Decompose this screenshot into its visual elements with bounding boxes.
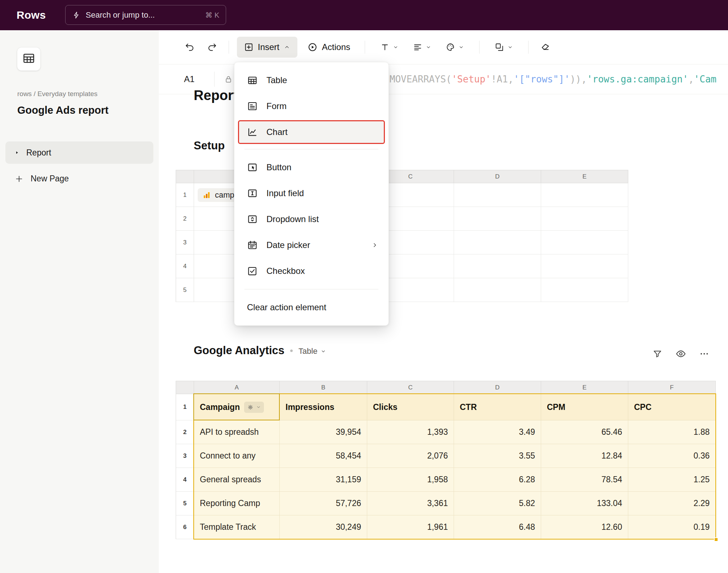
insert-menu-item-table[interactable]: Table: [234, 67, 388, 93]
column-header-d[interactable]: D: [454, 170, 541, 183]
table-cell[interactable]: API to spreadsh: [194, 420, 280, 444]
row-header-1[interactable]: 1: [176, 394, 194, 420]
alignment-button[interactable]: [409, 39, 435, 56]
insert-menu-item-chart[interactable]: Chart: [238, 120, 385, 144]
color-palette-button[interactable]: [442, 39, 468, 56]
global-search-input[interactable]: Search or jump to... ⌘ K: [65, 5, 226, 25]
insert-menu-item-dropdown-list[interactable]: Dropdown list: [234, 206, 388, 232]
setup-cell[interactable]: [454, 278, 541, 302]
header-cell-impressions[interactable]: Impressions: [280, 394, 367, 420]
insert-menu-item-button[interactable]: Button: [234, 154, 388, 180]
formula-input[interactable]: MOVEARRAYS('Setup'!A1,'["rows"]')),'rows…: [390, 64, 728, 94]
row-header-4[interactable]: 4: [176, 254, 194, 278]
table-cell[interactable]: 6.28: [454, 468, 541, 492]
setup-cell[interactable]: [454, 254, 541, 278]
header-cell-cpm[interactable]: CPM: [541, 394, 628, 420]
insert-menu-item-form[interactable]: Form: [234, 93, 388, 119]
setup-cell[interactable]: [454, 207, 541, 231]
text-style-button[interactable]: [377, 39, 402, 56]
undo-button[interactable]: [181, 39, 198, 56]
data-source-chip[interactable]: camp: [198, 188, 239, 202]
table-cell[interactable]: Connect to any: [194, 444, 280, 468]
more-options-button[interactable]: [699, 349, 709, 359]
table-cell[interactable]: 58,454: [280, 444, 367, 468]
table-cell[interactable]: 0.19: [628, 515, 716, 539]
sidebar-item-report[interactable]: Report: [5, 141, 153, 164]
breadcrumb[interactable]: rows / Everyday templates: [17, 90, 98, 98]
table-cell[interactable]: 6.48: [454, 515, 541, 539]
table-cell[interactable]: 65.46: [541, 420, 628, 444]
table-cell[interactable]: 39,954: [280, 420, 367, 444]
table-cell[interactable]: 3.55: [454, 444, 541, 468]
expand-triangle-icon[interactable]: [14, 150, 20, 155]
cell-reference[interactable]: A1: [184, 74, 205, 84]
clear-formatting-button[interactable]: [536, 39, 554, 56]
header-cell-campaign[interactable]: Campaign: [194, 394, 280, 420]
row-header-2[interactable]: 2: [176, 420, 194, 444]
row-header-4[interactable]: 4: [176, 468, 194, 492]
setup-cell[interactable]: [541, 183, 628, 207]
actions-button[interactable]: Actions: [301, 37, 357, 58]
column-header-c[interactable]: C: [367, 381, 454, 394]
header-cell-clicks[interactable]: Clicks: [367, 394, 454, 420]
setup-cell[interactable]: [541, 254, 628, 278]
column-header-b[interactable]: B: [280, 381, 367, 394]
header-cell-cpc[interactable]: CPC: [628, 394, 716, 420]
chart-icon: [247, 127, 258, 137]
table-cell[interactable]: 5.82: [454, 492, 541, 515]
row-header-1[interactable]: 1: [176, 183, 194, 207]
row-header-5[interactable]: 5: [176, 492, 194, 515]
table-cell[interactable]: 1,393: [367, 420, 454, 444]
insert-menu-item-checkbox[interactable]: Checkbox: [234, 258, 388, 284]
insert-menu-item-date-picker[interactable]: Date picker: [234, 232, 388, 258]
table-cell[interactable]: 57,726: [280, 492, 367, 515]
row-header-6[interactable]: 6: [176, 515, 194, 539]
insert-button[interactable]: Insert: [237, 37, 297, 58]
table-cell[interactable]: 133.04: [541, 492, 628, 515]
table-cell[interactable]: 2,076: [367, 444, 454, 468]
table-cell[interactable]: 3,361: [367, 492, 454, 515]
insert-menu-item-input-field[interactable]: Input field: [234, 180, 388, 206]
header-cell-ctr[interactable]: CTR: [454, 394, 541, 420]
row-header-3[interactable]: 3: [176, 444, 194, 468]
insert-menu-item-clear-action-element[interactable]: Clear action element: [234, 294, 388, 320]
filter-button[interactable]: [652, 349, 662, 359]
table-cell[interactable]: 2.29: [628, 492, 716, 515]
table-cell[interactable]: 1,958: [367, 468, 454, 492]
new-page-button[interactable]: New Page: [15, 174, 69, 184]
table-cell[interactable]: 12.60: [541, 515, 628, 539]
lock-icon[interactable]: [224, 75, 233, 84]
fill-handle[interactable]: [714, 537, 718, 542]
column-settings-button[interactable]: [244, 402, 264, 413]
row-header-5[interactable]: 5: [176, 278, 194, 302]
table-cell[interactable]: 1.25: [628, 468, 716, 492]
table-cell[interactable]: 1.88: [628, 420, 716, 444]
column-header-a[interactable]: A: [194, 381, 280, 394]
table-cell[interactable]: 3.49: [454, 420, 541, 444]
redo-button[interactable]: [203, 39, 221, 56]
setup-cell[interactable]: [454, 231, 541, 254]
row-header-3[interactable]: 3: [176, 231, 194, 254]
column-header-e[interactable]: E: [541, 170, 628, 183]
table-cell[interactable]: 12.84: [541, 444, 628, 468]
setup-cell[interactable]: [541, 278, 628, 302]
table-cell[interactable]: 0.36: [628, 444, 716, 468]
setup-cell[interactable]: [541, 207, 628, 231]
setup-cell[interactable]: [454, 183, 541, 207]
table-type-selector[interactable]: Table: [298, 347, 326, 356]
table-cell[interactable]: 31,159: [280, 468, 367, 492]
visibility-button[interactable]: [675, 348, 686, 359]
column-header-e[interactable]: E: [541, 381, 628, 394]
layout-button[interactable]: [491, 39, 517, 56]
header-label: Campaign: [200, 402, 240, 412]
setup-cell[interactable]: [541, 231, 628, 254]
column-header-d[interactable]: D: [454, 381, 541, 394]
column-header-f[interactable]: F: [628, 381, 716, 394]
table-cell[interactable]: 1,961: [367, 515, 454, 539]
table-cell[interactable]: 30,249: [280, 515, 367, 539]
table-cell[interactable]: 78.54: [541, 468, 628, 492]
table-cell[interactable]: Reporting Camp: [194, 492, 280, 515]
table-cell[interactable]: General spreads: [194, 468, 280, 492]
row-header-2[interactable]: 2: [176, 207, 194, 231]
table-cell[interactable]: Template Track: [194, 515, 280, 539]
